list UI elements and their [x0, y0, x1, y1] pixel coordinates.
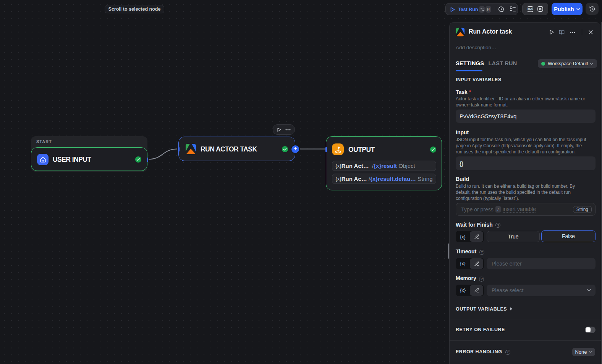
svg-text:ENV: ENV: [528, 7, 533, 11]
